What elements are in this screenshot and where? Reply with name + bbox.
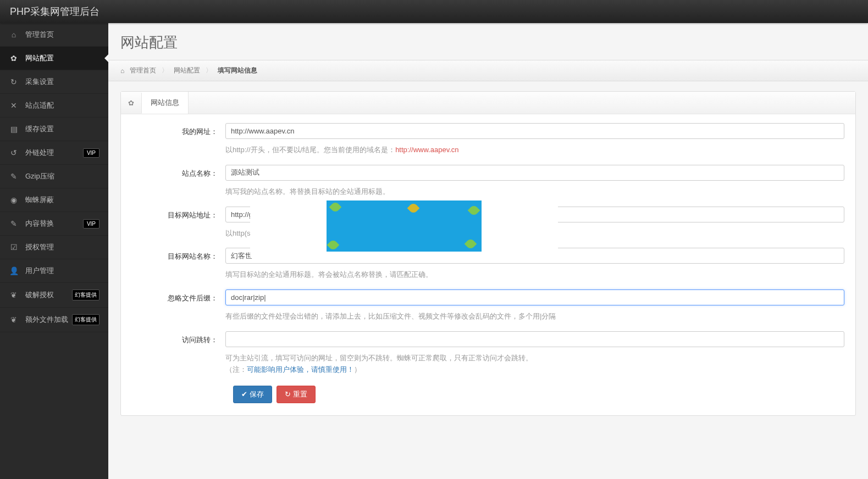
panel-header: ✿ 网站信息 bbox=[121, 92, 855, 114]
sidebar-item-collect[interactable]: ↻ 采集设置 bbox=[0, 70, 108, 94]
ignore-ext-input[interactable] bbox=[225, 289, 844, 305]
leaf-icon: ❦ bbox=[9, 315, 19, 324]
reset-button[interactable]: ↻重置 bbox=[277, 386, 316, 403]
save-button[interactable]: ✔保存 bbox=[233, 386, 272, 403]
sidebar-item-label: 外链处理 bbox=[25, 148, 83, 158]
sidebar-item-label: 额外文件加载 bbox=[25, 315, 72, 325]
app-title: PHP采集网管理后台 bbox=[10, 5, 99, 18]
vip-badge: VIP bbox=[83, 148, 99, 158]
sidebar-item-label: 网站配置 bbox=[25, 53, 99, 63]
current-domain-link[interactable]: http://www.aapev.cn bbox=[395, 146, 458, 154]
redirect-input[interactable] bbox=[225, 331, 844, 347]
provider-badge: 幻客提供 bbox=[72, 289, 99, 300]
sidebar-item-label: 缓存设置 bbox=[25, 124, 99, 134]
home-icon: ⌂ bbox=[9, 30, 19, 39]
label-site-name: 站点名称： bbox=[132, 165, 225, 198]
check-icon: ✔ bbox=[241, 390, 247, 398]
rotate-icon: ↺ bbox=[9, 148, 19, 157]
top-bar: PHP采集网管理后台 bbox=[0, 0, 868, 23]
sidebar-item-label: 站点适配 bbox=[25, 101, 99, 110]
refresh-icon: ↻ bbox=[9, 77, 19, 86]
pencil-icon: ✎ bbox=[9, 219, 19, 228]
sidebar-item-label: 管理首页 bbox=[25, 30, 99, 40]
site-name-input[interactable] bbox=[225, 165, 844, 181]
home-icon: ⌂ bbox=[120, 67, 124, 75]
sidebar: ⌂ 管理首页 ✿ 网站配置 ↻ 采集设置 ✕ 站点适配 ▤ 缓存设置 ↺ 外链处… bbox=[0, 23, 108, 426]
shuffle-icon: ✕ bbox=[9, 101, 19, 110]
help-ignore-ext: 有些后缀的文件处理会出错的，请添加上去，比如压缩文件、视频文件等修改会乱码的文件… bbox=[225, 311, 844, 322]
chevron-right-icon: 〉 bbox=[206, 66, 212, 75]
breadcrumb-current: 填写网站信息 bbox=[218, 66, 257, 75]
leaf-icon: ❦ bbox=[9, 291, 19, 299]
sidebar-item-users[interactable]: 👤 用户管理 bbox=[0, 259, 108, 283]
user-icon: 👤 bbox=[9, 266, 19, 275]
sidebar-item-label: 破解授权 bbox=[25, 290, 72, 300]
breadcrumb: ⌂ 管理首页 〉 网站配置 〉 填写网站信息 bbox=[108, 60, 868, 81]
label-my-url: 我的网址： bbox=[132, 123, 225, 156]
label-target-url: 目标网站地址： bbox=[132, 207, 225, 239]
pencil-icon: ✎ bbox=[9, 172, 19, 181]
sidebar-item-home[interactable]: ⌂ 管理首页 bbox=[0, 23, 108, 47]
redirect-warning-link[interactable]: 可能影响用户体验，请慎重使用！ bbox=[247, 365, 354, 374]
sidebar-item-label: Gzip压缩 bbox=[25, 171, 99, 181]
sidebar-item-spider[interactable]: ◉ 蜘蛛屏蔽 bbox=[0, 188, 108, 212]
eye-icon: ◉ bbox=[9, 196, 19, 204]
sidebar-item-extlink[interactable]: ↺ 外链处理 VIP bbox=[0, 141, 108, 165]
gear-icon[interactable]: ✿ bbox=[121, 93, 142, 113]
sidebar-item-replace[interactable]: ✎ 内容替换 VIP bbox=[0, 212, 108, 236]
folder-icon: ▤ bbox=[9, 125, 19, 133]
sidebar-item-label: 采集设置 bbox=[25, 77, 99, 87]
gear-icon: ✿ bbox=[9, 54, 19, 63]
page-title: 网站配置 bbox=[108, 23, 868, 60]
label-target-name: 目标网站名称： bbox=[132, 248, 225, 281]
overlay-ad-image bbox=[250, 195, 558, 257]
check-icon: ☑ bbox=[9, 243, 19, 252]
sidebar-item-license[interactable]: ☑ 授权管理 bbox=[0, 236, 108, 259]
vip-badge: VIP bbox=[83, 219, 99, 229]
refresh-icon: ↻ bbox=[285, 390, 291, 398]
sidebar-item-crack[interactable]: ❦ 破解授权 幻客提供 bbox=[0, 283, 108, 308]
sidebar-item-cache[interactable]: ▤ 缓存设置 bbox=[0, 118, 108, 141]
sidebar-item-gzip[interactable]: ✎ Gzip压缩 bbox=[0, 165, 108, 188]
sidebar-item-label: 授权管理 bbox=[25, 242, 99, 252]
provider-badge: 幻客提供 bbox=[72, 314, 99, 325]
sidebar-item-site-config[interactable]: ✿ 网站配置 bbox=[0, 47, 108, 70]
help-target-name: 填写目标站的全站通用标题。将会被站点名称替换，请匹配正确。 bbox=[225, 269, 844, 281]
label-redirect: 访问跳转： bbox=[132, 331, 225, 376]
tab-site-info[interactable]: 网站信息 bbox=[142, 92, 189, 114]
label-ignore-ext: 忽略文件后缀： bbox=[132, 289, 225, 322]
sidebar-item-label: 蜘蛛屏蔽 bbox=[25, 195, 99, 205]
chevron-right-icon: 〉 bbox=[162, 66, 168, 75]
my-url-input[interactable] bbox=[225, 123, 844, 139]
breadcrumb-home[interactable]: 管理首页 bbox=[130, 66, 156, 75]
sidebar-item-adapt[interactable]: ✕ 站点适配 bbox=[0, 94, 108, 118]
breadcrumb-item[interactable]: 网站配置 bbox=[174, 66, 200, 75]
sidebar-item-label: 用户管理 bbox=[25, 266, 99, 276]
sidebar-item-extra[interactable]: ❦ 额外文件加载 幻客提供 bbox=[0, 308, 108, 332]
help-redirect: 可为主站引流，填写可访问的网址，留空则为不跳转。蜘蛛可正常爬取，只有正常访问才会… bbox=[225, 353, 844, 376]
help-my-url: 以http://开头，但不要以/结尾。您当前使用的域名是：http://www.… bbox=[225, 144, 844, 156]
sidebar-item-label: 内容替换 bbox=[25, 219, 83, 229]
